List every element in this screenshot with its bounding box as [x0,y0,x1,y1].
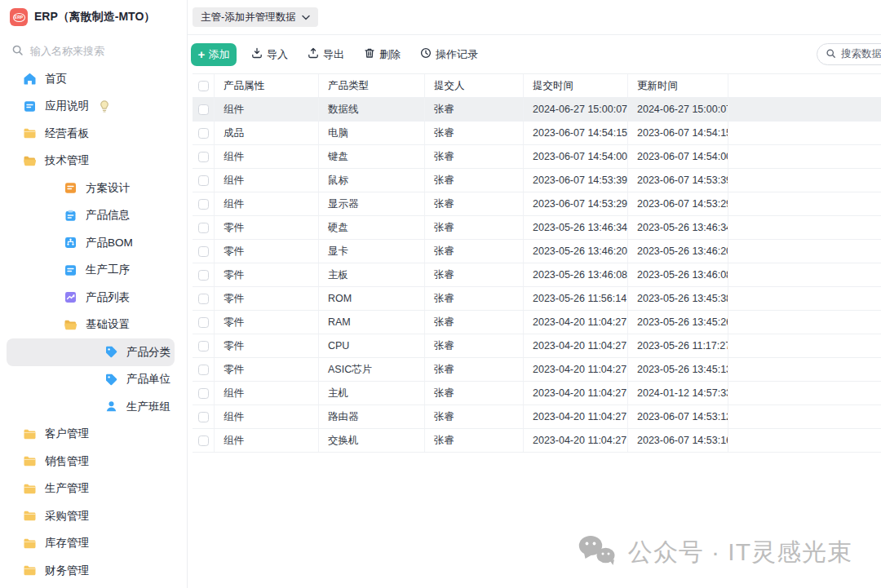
cell-empty [728,334,881,357]
cell-empty [728,405,881,428]
sidebar-item[interactable]: 生产管理 [0,475,187,503]
cell-product-type: 硬盘 [319,216,425,239]
cell-product-attr: 成品 [215,122,319,144]
watermark: 公众号 · IT灵感光束 [578,534,852,570]
folder-icon [23,509,37,523]
sidebar-item[interactable]: 客户管理 [0,421,187,449]
view-selector-label: 主管-添加并管理数据 [201,11,296,24]
cell-submitter: 张睿 [425,263,524,286]
cell-submitter: 张睿 [425,334,524,357]
row-checkbox[interactable] [198,270,209,281]
sidebar-item[interactable]: 生产班组 [0,393,187,421]
sidebar-item[interactable]: 产品单位 [0,366,187,394]
sidebar-item[interactable]: 基础设置 [0,312,187,339]
row-checkbox[interactable] [198,388,209,399]
table-row[interactable]: 组件 主机 张睿 2023-04-20 11:04:27 2024-01-12 … [193,382,881,405]
sidebar-item[interactable]: 生产工序 [0,257,187,285]
row-checkbox[interactable] [198,175,209,186]
sidebar-search-input[interactable]: 输入名称来搜索 [11,42,175,60]
cell-update-time: 2023-05-26 13:45:38 [628,287,728,310]
row-checkbox[interactable] [198,223,209,233]
view-selector-dropdown[interactable]: 主管-添加并管理数据 [193,7,318,27]
sidebar-item[interactable]: 销售管理 [0,448,187,475]
cell-product-type: 主机 [319,382,425,405]
cell-submit-time: 2023-04-20 11:04:27 [524,358,628,381]
delete-button[interactable]: 删除 [364,47,401,62]
search-icon [11,44,24,60]
cell-product-attr: 零件 [215,287,319,310]
row-checkbox[interactable] [198,152,209,162]
table-row[interactable]: 零件 硬盘 张睿 2023-05-26 13:46:34 2023-05-26 … [193,216,881,240]
row-checkbox[interactable] [198,104,209,115]
sidebar-item[interactable]: 产品信息 [0,202,187,230]
cell-product-attr: 组件 [215,192,319,215]
table-row[interactable]: 组件 显示器 张睿 2023-06-07 14:53:29 2023-06-07… [193,192,881,216]
row-checkbox[interactable] [198,246,209,257]
table-row[interactable]: 零件 主板 张睿 2023-05-26 13:46:08 2023-05-26 … [193,263,881,287]
sidebar-item[interactable]: 方案设计 [0,175,187,202]
tag-blue-icon [104,345,118,359]
cell-product-attr: 组件 [215,429,319,452]
row-checkbox[interactable] [198,294,209,304]
table-row[interactable]: 零件 CPU 张睿 2023-04-20 11:04:27 2023-05-26… [193,334,881,358]
cell-submit-time: 2023-06-07 14:54:00 [524,145,628,168]
table-header-row: 产品属性 产品类型 提交人 提交时间 更新时间 [193,74,881,98]
table-row[interactable]: 零件 ASIC芯片 张睿 2023-04-20 11:04:27 2023-05… [193,358,881,382]
sidebar-item[interactable]: 产品BOM [0,229,187,257]
import-button[interactable]: 导入 [251,47,288,62]
col-header-submitter[interactable]: 提交人 [425,74,524,97]
cell-product-attr: 组件 [215,382,319,405]
table-row[interactable]: 组件 鼠标 张睿 2023-06-07 14:53:39 2023-06-07 … [193,169,881,192]
cell-submitter: 张睿 [425,405,524,428]
sidebar-item[interactable]: 应用说明 [0,93,187,121]
sidebar-item[interactable]: 财务管理 [0,557,187,585]
folder-icon [23,564,37,577]
table-row[interactable]: 零件 显卡 张睿 2023-05-26 13:46:20 2023-05-26 … [193,240,881,263]
row-checkbox[interactable] [198,341,209,351]
table-row[interactable]: 零件 ROM 张睿 2023-05-26 11:56:14 2023-05-26… [193,287,881,311]
cell-submitter: 张睿 [425,192,524,215]
table-row[interactable]: 成品 电脑 张睿 2023-06-07 14:54:15 2023-06-07 … [193,122,881,145]
row-checkbox[interactable] [198,365,209,375]
col-header-product-type[interactable]: 产品类型 [319,74,425,97]
table-row[interactable]: 零件 RAM 张睿 2023-04-20 11:04:27 2023-05-26… [193,311,881,334]
folder-open-icon [64,318,77,332]
table-row[interactable]: 组件 键盘 张睿 2023-06-07 14:54:00 2023-06-07 … [193,145,881,169]
row-checkbox[interactable] [198,128,209,139]
operation-log-button[interactable]: 操作记录 [420,47,478,62]
cell-product-attr: 组件 [215,169,319,192]
row-checkbox[interactable] [198,435,209,446]
sidebar-item[interactable]: 产品列表 [0,284,187,312]
main-content: 主管-添加并管理数据 + 添加 导入 导出 [188,0,881,588]
add-button[interactable]: + 添加 [191,43,237,66]
table-row[interactable]: 组件 数据线 张睿 2024-06-27 15:00:07 2024-06-27… [193,98,881,122]
sidebar-item[interactable]: 库存管理 [0,530,187,558]
sidebar-item[interactable]: 技术管理 [0,148,187,175]
table-search-input[interactable]: 搜索数据 [817,43,881,65]
cell-update-time: 2023-06-07 14:54:00 [628,145,728,168]
col-header-update-time[interactable]: 更新时间 [628,74,728,97]
col-header-submit-time[interactable]: 提交时间 [524,74,628,97]
sidebar-item[interactable]: 产品分类 [7,338,175,366]
cell-update-time: 2023-06-07 14:54:15 [628,122,728,144]
row-checkbox[interactable] [198,412,209,422]
select-all-checkbox[interactable] [198,81,209,91]
table-row[interactable]: 组件 路由器 张睿 2023-04-20 11:04:27 2023-06-07… [193,405,881,429]
sidebar-item[interactable]: 首页 [0,65,187,93]
export-button[interactable]: 导出 [308,47,344,62]
cell-submitter: 张睿 [425,240,524,263]
cell-update-time: 2023-06-07 14:53:12 [628,405,728,428]
folder-icon [23,537,37,550]
cell-product-type: 数据线 [319,98,425,121]
cell-empty [728,311,881,334]
sidebar: ERP ERP（离散制造-MTO） 输入名称来搜索 首页 应用说明 经营看板 技… [0,0,188,588]
folder-open-icon [23,154,37,168]
cell-product-attr: 零件 [215,263,319,286]
col-header-product-attr[interactable]: 产品属性 [215,74,319,97]
sidebar-item[interactable]: 采购管理 [0,502,187,530]
cell-submitter: 张睿 [425,358,524,381]
table-row[interactable]: 组件 交换机 张睿 2023-04-20 11:04:27 2023-06-07… [193,429,881,453]
row-checkbox[interactable] [198,199,209,210]
sidebar-item[interactable]: 经营看板 [0,120,187,148]
row-checkbox[interactable] [198,317,209,328]
